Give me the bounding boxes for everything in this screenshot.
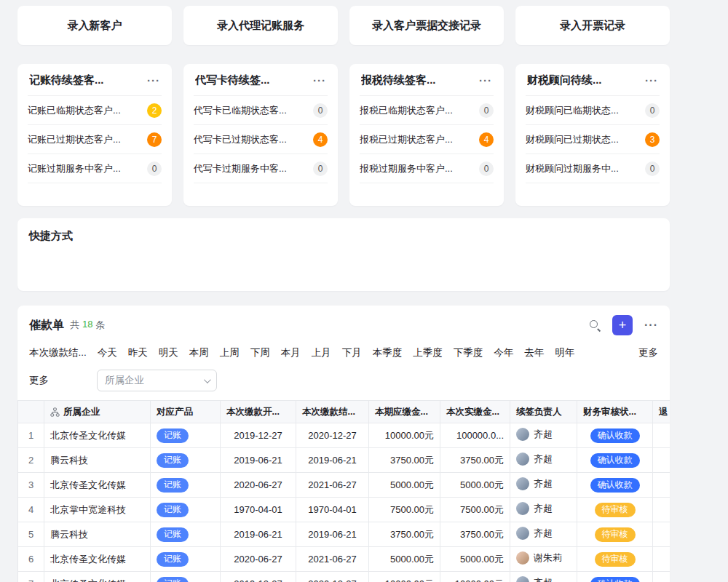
amount-paid-cell[interactable]: 5000.00元 bbox=[440, 547, 510, 572]
payment-end-cell[interactable]: 2021-06-27 bbox=[296, 547, 369, 572]
table-row[interactable]: 4 北京掌中宽途科技 记账 1970-04-01 1970-04-01 7500… bbox=[18, 498, 670, 522]
quick-entry-invoice-handover-button[interactable]: 录入客户票据交接记录 bbox=[349, 6, 504, 45]
amount-due-cell[interactable]: 5000.00元 bbox=[369, 547, 440, 572]
stat-item[interactable]: 代写卡已过期状态客... 4 bbox=[194, 125, 328, 154]
filter-this-quarter[interactable]: 本季度 bbox=[373, 346, 403, 359]
filter-next-week[interactable]: 下周 bbox=[250, 346, 270, 359]
refund-cell[interactable] bbox=[653, 498, 670, 522]
stat-item[interactable]: 财税顾问已临期状态... 0 bbox=[526, 96, 660, 125]
company-cell[interactable]: 腾云科技 bbox=[44, 448, 151, 473]
table-row[interactable]: 6 北京传圣文化传媒 记账 2020-06-27 2021-06-27 5000… bbox=[18, 547, 670, 572]
refund-cell[interactable] bbox=[653, 572, 670, 582]
payment-end-cell[interactable]: 1970-04-01 bbox=[296, 498, 369, 522]
owner-cell[interactable]: 齐超 bbox=[510, 448, 577, 473]
company-cell[interactable]: 北京掌中宽途科技 bbox=[44, 498, 151, 522]
stat-item[interactable]: 代写卡已临期状态客... 0 bbox=[194, 96, 328, 125]
stat-item[interactable]: 财税顾问过期服务中... 0 bbox=[526, 154, 660, 183]
search-icon[interactable] bbox=[589, 319, 601, 331]
owner-cell[interactable]: 齐超 bbox=[510, 423, 577, 448]
stat-item[interactable]: 财税顾问已过期状态... 3 bbox=[526, 125, 660, 154]
table-row[interactable]: 5 腾云科技 记账 2019-06-21 2019-06-21 3750.00元… bbox=[18, 522, 670, 547]
payment-end-cell[interactable]: 2021-06-27 bbox=[296, 473, 369, 498]
filter-this-week[interactable]: 本周 bbox=[189, 346, 209, 359]
refund-cell[interactable] bbox=[653, 448, 670, 473]
company-cell[interactable]: 北京传圣文化传媒 bbox=[44, 473, 151, 498]
payment-start-cell[interactable]: 2020-06-27 bbox=[221, 473, 296, 498]
amount-due-cell[interactable]: 10000.00元 bbox=[369, 572, 440, 582]
amount-due-cell[interactable]: 3750.00元 bbox=[369, 448, 440, 473]
payment-end-cell[interactable]: 2020-12-27 bbox=[296, 572, 369, 582]
column-refund[interactable]: 退 bbox=[653, 401, 670, 423]
stat-item[interactable]: 报税已过期状态客户... 4 bbox=[360, 125, 494, 154]
stat-item[interactable]: 代写卡过期服务中客... 0 bbox=[194, 154, 328, 183]
audit-status-cell[interactable]: 确认收款 bbox=[577, 423, 653, 448]
stat-item[interactable]: 记账已过期状态客户... 7 bbox=[28, 125, 162, 154]
payment-start-cell[interactable]: 2019-06-21 bbox=[221, 448, 296, 473]
filter-last-year[interactable]: 去年 bbox=[524, 346, 544, 359]
refund-cell[interactable] bbox=[653, 473, 670, 498]
payment-start-cell[interactable]: 2019-12-27 bbox=[221, 423, 296, 448]
refund-cell[interactable] bbox=[653, 423, 670, 448]
amount-paid-cell[interactable]: 5000.00元 bbox=[440, 473, 510, 498]
quick-entry-bookkeeping-service-button[interactable]: 录入代理记账服务 bbox=[183, 6, 338, 45]
filter-next-quarter[interactable]: 下季度 bbox=[454, 346, 483, 359]
product-cell[interactable]: 记账 bbox=[151, 423, 221, 448]
audit-status-cell[interactable]: 确认收款 bbox=[577, 473, 653, 498]
product-cell[interactable]: 记账 bbox=[151, 473, 221, 498]
column-amount-paid[interactable]: 本次实缴金... bbox=[440, 401, 510, 423]
owner-cell[interactable]: 谢朱莉 bbox=[510, 547, 577, 572]
column-company[interactable]: 所属企业 bbox=[44, 401, 151, 423]
column-renewal-owner[interactable]: 续签负责人 bbox=[510, 401, 577, 423]
quick-entry-invoicing-record-button[interactable]: 录入开票记录 bbox=[515, 6, 670, 45]
filter-tomorrow[interactable]: 明天 bbox=[159, 346, 178, 359]
company-cell[interactable]: 腾云科技 bbox=[44, 522, 151, 547]
amount-paid-cell[interactable]: 100000.0... bbox=[440, 423, 510, 448]
filter-today[interactable]: 今天 bbox=[98, 346, 117, 359]
filter-last-week[interactable]: 上周 bbox=[220, 346, 240, 359]
more-menu-icon[interactable]: ··· bbox=[644, 319, 658, 332]
audit-status-cell[interactable]: 确认收款 bbox=[577, 448, 653, 473]
column-audit-status[interactable]: 财务审核状... bbox=[577, 401, 653, 423]
company-cell[interactable]: 北京传圣文化传媒 bbox=[44, 547, 151, 572]
product-cell[interactable]: 记账 bbox=[151, 448, 221, 473]
product-cell[interactable]: 记账 bbox=[151, 498, 221, 522]
audit-status-cell[interactable]: 待审核 bbox=[577, 547, 653, 572]
more-menu-icon[interactable]: ··· bbox=[313, 75, 326, 86]
payment-end-cell[interactable]: 2019-06-21 bbox=[296, 522, 369, 547]
amount-due-cell[interactable]: 3750.00元 bbox=[369, 522, 440, 547]
owner-cell[interactable]: 齐超 bbox=[510, 473, 577, 498]
payment-end-cell[interactable]: 2020-12-27 bbox=[296, 423, 369, 448]
amount-paid-cell[interactable]: 3750.00元 bbox=[440, 448, 510, 473]
amount-paid-cell[interactable]: 7500.00元 bbox=[440, 498, 510, 522]
filter-next-month[interactable]: 下月 bbox=[342, 346, 362, 359]
owner-cell[interactable]: 齐超 bbox=[510, 522, 577, 547]
audit-status-cell[interactable]: 待审核 bbox=[577, 522, 653, 547]
filter-this-year[interactable]: 今年 bbox=[494, 346, 513, 359]
filter-more-link[interactable]: 更多 bbox=[638, 346, 658, 359]
table-row[interactable]: 2 腾云科技 记账 2019-06-21 2019-06-21 3750.00元… bbox=[18, 448, 670, 473]
stat-item[interactable]: 报税过期服务中客户... 0 bbox=[360, 154, 494, 183]
table-row[interactable]: 7 北京传圣文化传媒 记账 2019-12-27 2020-12-27 1000… bbox=[18, 572, 670, 582]
filter-last-month[interactable]: 上月 bbox=[312, 346, 331, 359]
column-product[interactable]: 对应产品 bbox=[151, 401, 221, 423]
amount-due-cell[interactable]: 5000.00元 bbox=[369, 473, 440, 498]
company-select[interactable]: 所属企业 bbox=[97, 370, 217, 391]
refund-cell[interactable] bbox=[653, 547, 670, 572]
owner-cell[interactable]: 齐超 bbox=[510, 498, 577, 522]
filter-next-year[interactable]: 明年 bbox=[555, 346, 574, 359]
company-cell[interactable]: 北京传圣文化传媒 bbox=[44, 572, 151, 582]
payment-start-cell[interactable]: 2019-12-27 bbox=[221, 572, 296, 582]
payment-start-cell[interactable]: 1970-04-01 bbox=[221, 498, 296, 522]
payment-end-cell[interactable]: 2019-06-21 bbox=[296, 448, 369, 473]
audit-status-cell[interactable]: 待审核 bbox=[577, 498, 653, 522]
filter-last-quarter[interactable]: 上季度 bbox=[413, 346, 443, 359]
stat-item[interactable]: 报税已临期状态客户... 0 bbox=[360, 96, 494, 125]
column-payment-end[interactable]: 本次缴款结... bbox=[296, 401, 369, 423]
column-payment-start[interactable]: 本次缴款开... bbox=[221, 401, 296, 423]
filter-field-label[interactable]: 本次缴款结... bbox=[29, 346, 87, 359]
product-cell[interactable]: 记账 bbox=[151, 522, 221, 547]
product-cell[interactable]: 记账 bbox=[151, 572, 221, 582]
refund-cell[interactable] bbox=[653, 522, 670, 547]
amount-due-cell[interactable]: 10000.00元 bbox=[369, 423, 440, 448]
payment-start-cell[interactable]: 2020-06-27 bbox=[221, 547, 296, 572]
